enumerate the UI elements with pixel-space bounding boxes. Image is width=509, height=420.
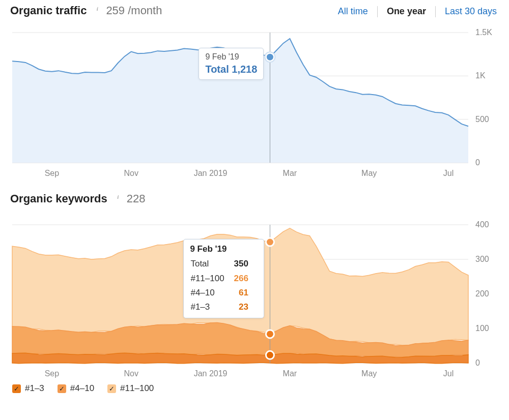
svg-text:Mar: Mar (283, 169, 297, 177)
legend-label: #1–3 (25, 383, 44, 394)
traffic-value: 259 /month (106, 4, 162, 17)
svg-point-34 (266, 238, 274, 246)
legend-label: #11–100 (120, 383, 154, 394)
svg-text:Jul: Jul (443, 369, 454, 378)
checkbox-icon: ✓ (58, 384, 66, 393)
svg-text:May: May (361, 369, 377, 378)
tab-last-30-days[interactable]: Last 30 days (445, 6, 497, 17)
keywords-chart[interactable]: 0100200300400SepNovJan 2019MarMayJul 9 F… (10, 215, 499, 379)
legend-label: #4–10 (70, 383, 94, 394)
legend-item-4-10[interactable]: ✓ #4–10 (58, 383, 94, 394)
svg-text:Nov: Nov (124, 169, 138, 177)
svg-text:Sep: Sep (45, 369, 60, 378)
svg-text:Jan 2019: Jan 2019 (194, 369, 228, 378)
traffic-chart[interactable]: 05001K1.5KSepNovJan 2019MarMayJul 9 Feb … (10, 26, 499, 179)
tab-all-time[interactable]: All time (338, 6, 368, 17)
svg-text:1.5K: 1.5K (475, 28, 492, 37)
svg-text:300: 300 (475, 255, 489, 263)
keywords-header: Organic keywords i 228 (10, 192, 499, 205)
svg-text:500: 500 (475, 115, 489, 124)
svg-point-36 (266, 351, 274, 359)
tab-one-year[interactable]: One year (387, 6, 426, 17)
svg-text:Jul: Jul (443, 169, 454, 177)
keywords-tooltip: 9 Feb '19 Total350#11–100266#4–1061#1–32… (183, 239, 264, 318)
svg-text:Sep: Sep (45, 169, 60, 177)
checkbox-icon: ✓ (12, 384, 21, 393)
svg-text:200: 200 (475, 289, 489, 298)
checkbox-icon: ✓ (107, 384, 116, 393)
tooltip-total-label: Total (205, 64, 229, 75)
traffic-header: Organic traffic i 259 /month All time On… (10, 4, 499, 17)
svg-text:May: May (361, 169, 377, 177)
tooltip-total-value: 1,218 (232, 64, 257, 75)
tooltip-date: 9 Feb '19 (205, 51, 257, 63)
svg-text:0: 0 (475, 358, 480, 367)
svg-text:1K: 1K (475, 71, 486, 80)
svg-text:0: 0 (475, 158, 480, 167)
keywords-legend: ✓ #1–3 ✓ #4–10 ✓ #11–100 (12, 383, 499, 394)
svg-text:100: 100 (475, 324, 489, 333)
svg-text:400: 400 (475, 220, 489, 229)
traffic-tooltip: 9 Feb '19 Total 1,218 (199, 48, 264, 80)
svg-point-15 (266, 53, 274, 61)
time-range-tabs: All time One year Last 30 days (338, 6, 497, 17)
info-icon[interactable]: i (115, 193, 122, 200)
traffic-title: Organic traffic (10, 4, 87, 17)
tab-separator (377, 6, 378, 17)
svg-point-35 (266, 330, 274, 338)
legend-item-11-100[interactable]: ✓ #11–100 (107, 383, 154, 394)
keywords-value: 228 (127, 192, 146, 205)
tooltip-date: 9 Feb '19 (190, 243, 258, 256)
keywords-title: Organic keywords (10, 192, 107, 205)
info-icon[interactable]: i (94, 5, 101, 12)
legend-item-1-3[interactable]: ✓ #1–3 (12, 383, 44, 394)
svg-text:Mar: Mar (283, 369, 297, 378)
svg-text:Jan 2019: Jan 2019 (194, 169, 228, 177)
svg-text:Nov: Nov (124, 369, 138, 378)
tab-separator (435, 6, 436, 17)
